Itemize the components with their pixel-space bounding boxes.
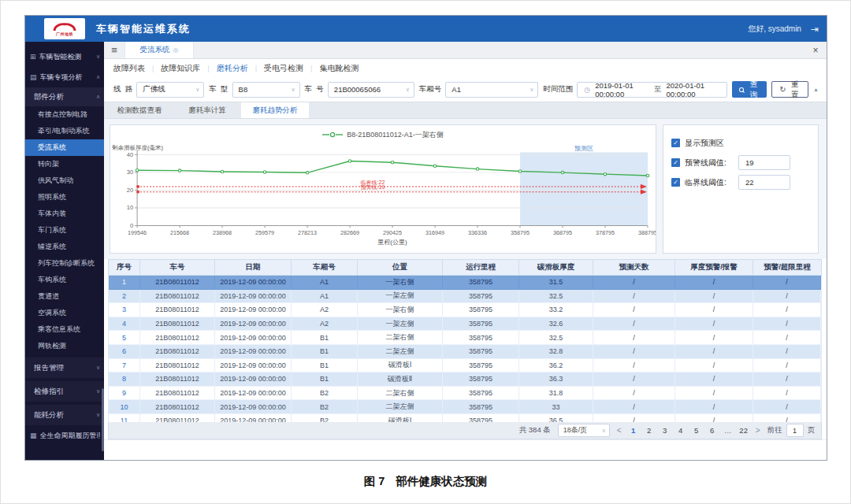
sidebar-item[interactable]: 照明系统 [25, 189, 104, 206]
page-size-value: 18条/页 [563, 425, 588, 435]
sidebar-item[interactable]: 报告管理∨ [25, 358, 104, 378]
sidebar-item[interactable]: 受流系统 [25, 139, 104, 156]
table-cell: / [593, 359, 675, 373]
hamburger-icon[interactable]: ≡ [104, 42, 124, 58]
table-cell: 2019-12-09 00:00:00 [215, 345, 292, 359]
train-select[interactable]: 21B00065066 ∨ [328, 82, 414, 98]
page-button[interactable]: 4 [676, 426, 686, 435]
page-button[interactable]: 3 [660, 426, 670, 435]
column-header: 日期 [215, 260, 292, 275]
sidebar-item[interactable]: 能耗分析∨ [25, 405, 104, 425]
table-cell: 31.5 [519, 276, 593, 290]
warn-threshold-checkbox[interactable]: ✓ [671, 158, 680, 167]
x-tick-label: 290425 [383, 230, 402, 235]
table-cell: / [753, 345, 821, 359]
module-tab[interactable]: 集电靴检测 [319, 63, 359, 74]
sidebar-item[interactable]: ▤车辆专项分析∧ [25, 67, 104, 87]
sidebar-item[interactable]: 供风气制动 [25, 172, 104, 189]
table-cell: / [593, 276, 675, 290]
sidebar-item[interactable]: 空调系统 [25, 305, 104, 321]
table-row[interactable]: 221B080110122019-12-09 00:00:00A1一架左侧358… [109, 290, 821, 304]
model-select[interactable]: B8 ∨ [232, 82, 300, 98]
window-tab-active[interactable]: 受流系统 ◎ [124, 42, 194, 58]
table-cell: 21B08011012 [140, 331, 215, 345]
sidebar-item[interactable]: 贯通道 [25, 288, 104, 305]
sub-tab[interactable]: 检测数据查看 [106, 102, 173, 118]
critical-threshold-checkbox[interactable]: ✓ [671, 178, 680, 187]
sidebar-item[interactable]: 牵引/电制动系统 [25, 123, 104, 139]
table-row[interactable]: 321B080110122019-12-09 00:00:00A2一架右侧358… [109, 303, 821, 317]
x-tick-label: 199546 [128, 230, 147, 235]
critical-threshold-input[interactable]: 22 [738, 175, 790, 190]
table-cell: / [675, 414, 753, 422]
sidebar-item[interactable]: ▦全生命周期履历管理 [25, 425, 104, 446]
sub-tab[interactable]: 磨耗率计算 [173, 102, 241, 118]
app-header: 广州地铁 车辆智能运维系统 您好, sysadmin ⇥ [25, 16, 827, 42]
show-prediction-checkbox[interactable]: ✓ [671, 139, 680, 147]
table-cell: 二架右侧 [358, 331, 443, 345]
prediction-zone [520, 152, 648, 225]
carriage-select[interactable]: A1 ∨ [445, 82, 538, 98]
table-row[interactable]: 421B080110122019-12-09 00:00:00A2一架左侧358… [109, 317, 821, 332]
line-select[interactable]: 广佛线 ∨ [136, 82, 204, 98]
sub-tab[interactable]: 磨耗趋势分析 [241, 102, 309, 118]
next-page-button[interactable]: > [756, 426, 760, 435]
search-button[interactable]: 查询 [732, 81, 767, 98]
table-row[interactable]: 121B080110122019-12-09 00:00:00A1一架右侧358… [109, 276, 821, 290]
sidebar-item[interactable]: ⊞车辆智能检测∨ [25, 46, 104, 67]
page-button[interactable]: 5 [692, 426, 701, 435]
page-button[interactable]: 2 [645, 426, 654, 435]
table-row[interactable]: 821B080110122019-12-09 00:00:00B1碳滑板Ⅱ358… [109, 372, 821, 387]
warn-threshold-label: 预警线阈值: [685, 158, 734, 169]
sidebar-item[interactable]: 检修指引∨ [25, 381, 104, 402]
x-tick-label: 358795 [511, 230, 530, 235]
goto-page-input[interactable]: 1 [786, 424, 804, 437]
sidebar-item[interactable]: 列车控制诊断系统 [25, 255, 104, 272]
reset-button[interactable]: ↻ 重置 [771, 81, 808, 98]
module-tab[interactable]: 磨耗分析 [217, 63, 248, 74]
metro-logo-icon [52, 22, 77, 32]
time-range-input[interactable]: ◷ 2019-01-01 00:00:00 至 2020-01-01 00:00… [577, 82, 727, 98]
page-size-select[interactable]: 18条/页 ∨ [558, 424, 610, 437]
page-button[interactable]: 1 [629, 426, 638, 435]
table-row[interactable]: 621B080110122019-12-09 00:00:00B1二架左侧358… [109, 345, 821, 359]
table-cell: B2 [292, 414, 358, 422]
carriage-select-value: A1 [452, 85, 461, 94]
table-cell: 33 [519, 400, 593, 414]
table-row[interactable]: 1021B080110122019-12-09 00:00:00B2二架左侧35… [109, 400, 821, 414]
column-header: 位置 [358, 260, 443, 275]
table-cell: / [753, 400, 821, 414]
sidebar-item[interactable]: 部件分析∧ [25, 87, 104, 106]
model-select-value: B8 [239, 85, 248, 94]
table-row[interactable]: 721B080110122019-12-09 00:00:00B1碳滑板Ⅰ358… [109, 359, 821, 373]
app-window: 广州地铁 车辆智能运维系统 您好, sysadmin ⇥ ⊞车辆智能检测∨▤车辆… [24, 15, 827, 461]
table-row[interactable]: 1121B080110122019-12-09 00:00:00B2碳滑板Ⅰ35… [109, 414, 821, 422]
module-tab[interactable]: 故障知识库 [161, 63, 200, 74]
page-button[interactable]: 6 [708, 426, 717, 435]
time-range-label: 时间范围 [543, 84, 573, 94]
prev-page-button[interactable]: < [617, 426, 622, 435]
close-icon[interactable]: × [805, 42, 827, 58]
collapse-filters-icon[interactable]: ▲ [813, 87, 819, 92]
sidebar-item[interactable]: 辅逆系统 [25, 239, 104, 255]
module-tab[interactable]: 受电弓检测 [264, 63, 303, 74]
x-tick-label: 378795 [596, 230, 615, 235]
sidebar-item[interactable]: 车体内装 [25, 206, 104, 222]
sidebar-item[interactable]: 乘客信息系统 [25, 321, 104, 338]
window-tab-label: 受流系统 [140, 45, 170, 55]
sidebar-item[interactable]: 网轨检测 [25, 338, 104, 354]
page-button[interactable]: 22 [739, 426, 749, 435]
tab-separator: | [207, 65, 209, 72]
sidebar-item[interactable]: 车门系统 [25, 222, 104, 239]
module-tab[interactable]: 故障列表 [113, 63, 145, 74]
warn-threshold-input[interactable]: 19 [738, 155, 790, 170]
sidebar-item[interactable]: 车钩系统 [25, 272, 104, 288]
sidebar-item-label: 全生命周期履历管理 [40, 431, 100, 441]
table-cell: A1 [292, 276, 358, 290]
logout-icon[interactable]: ⇥ [811, 24, 819, 35]
x-tick-label: 336336 [468, 230, 487, 235]
table-row[interactable]: 521B080110122019-12-09 00:00:00B1二架右侧358… [109, 331, 821, 345]
sidebar-item[interactable]: 有接点控制电路 [25, 106, 104, 123]
sidebar-item[interactable]: 转向架 [25, 156, 104, 172]
table-row[interactable]: 921B080110122019-12-09 00:00:00B2二架右侧358… [109, 387, 821, 401]
